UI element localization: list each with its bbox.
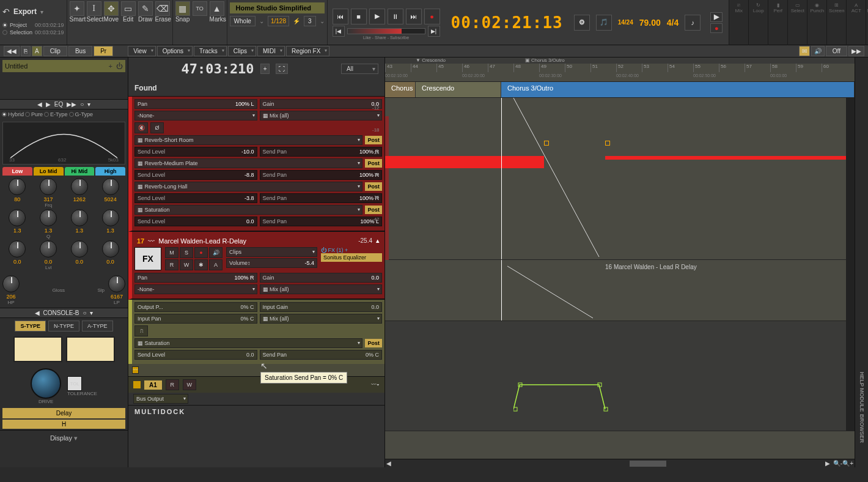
play-button[interactable]: ▶ (369, 9, 385, 24)
playhead[interactable] (501, 98, 502, 259)
clip-tab[interactable]: Clip (43, 46, 67, 56)
console-header[interactable]: ◀ CONSOLE-B ○ ▾ (0, 308, 128, 318)
input-pan-field[interactable]: Input Pan0% C (134, 314, 257, 324)
add-time-icon[interactable]: + (260, 64, 270, 74)
band-lomid[interactable]: Lo Mid (34, 167, 64, 176)
saturation-send[interactable]: ▦ Saturation (134, 338, 362, 348)
read-button[interactable]: R (165, 259, 178, 270)
arrangement-view[interactable]: ▼ Crescendo ▣ Chorus 3/Outro 43444546474… (385, 57, 855, 467)
frq-low-knob[interactable] (9, 178, 26, 195)
envelope-line[interactable] (501, 98, 623, 257)
auto-wave-icon[interactable]: 〰 (132, 366, 139, 374)
fx-button[interactable]: FX (134, 247, 161, 270)
time-ruler[interactable]: 43444546474849505152535455565758596000:0… (385, 64, 855, 82)
clips-select[interactable]: Clips (226, 247, 317, 257)
arm-button[interactable]: ● (194, 247, 208, 258)
bar-54[interactable]: 54 (668, 64, 675, 72)
mute-button[interactable]: M (165, 247, 178, 258)
nav-left-icon[interactable]: ◀◀ (4, 46, 20, 56)
bar-46[interactable]: 46 (462, 64, 469, 72)
gain-17-field[interactable]: Gain0.0 (260, 273, 383, 283)
bar-53[interactable]: 53 (642, 64, 649, 72)
audio-lane-2[interactable]: 16 Marcel Walden - Lead R Delay (385, 260, 855, 321)
nav-right-icon[interactable]: ▶▶ (848, 46, 864, 56)
band-high[interactable]: High (95, 167, 125, 176)
mix-17-select[interactable]: ▦ Mix (all) (260, 284, 383, 294)
horizontal-scrollbar[interactable]: ◀ ▶ 🔍- 🔍+ (385, 459, 855, 467)
scroll-left-icon[interactable]: ◀ (386, 460, 391, 467)
scrollbar-thumb[interactable] (630, 461, 666, 467)
gtype-radio[interactable] (69, 112, 74, 117)
a1-read[interactable]: R (166, 379, 179, 390)
timesig-value[interactable]: 4/4 (667, 18, 679, 28)
frq-lomid-knob[interactable] (40, 178, 57, 195)
console-power-icon[interactable]: ○ (83, 310, 86, 316)
rtz-button[interactable]: |◀ (333, 26, 345, 37)
nav-a-icon[interactable]: A (32, 46, 42, 56)
eq-header[interactable]: ◀ ▶ EQ ▶▶ ○ ▾ (0, 99, 128, 109)
bar-59[interactable]: 59 (796, 64, 803, 72)
output-p-field[interactable]: Output P...0% C (134, 302, 257, 312)
snap-value[interactable]: 1/128 (268, 16, 289, 26)
a1-color-icon[interactable] (133, 381, 141, 388)
send-3-pan[interactable]: Send Pan100% L (260, 217, 383, 226)
rec-mode-icon[interactable]: ● (710, 23, 723, 33)
q-himid-knob[interactable] (71, 209, 88, 226)
send-0-pan[interactable]: Send Pan100% R (260, 147, 383, 157)
off-toggle[interactable]: Off (826, 46, 847, 56)
mail-icon[interactable]: ✉ (799, 46, 810, 56)
section-crescendo[interactable]: Crescendo (416, 82, 501, 97)
send-2-level[interactable]: Send Level-3.8 (134, 193, 257, 203)
phase-icon[interactable]: Ø (150, 122, 164, 133)
automation-curve[interactable] (513, 382, 636, 412)
display-button[interactable]: Display ▾ (0, 430, 128, 446)
input-gain-field[interactable]: Input Gain0.0 (260, 302, 383, 312)
track-17-header[interactable]: 17 〰 Marcel Walden-Lead R-Delay -25.4 ▴ (134, 234, 382, 247)
send-1-pan[interactable]: Send Pan100% R (260, 170, 383, 180)
send-2-name[interactable]: ▦ Reverb-Long Hall (134, 182, 362, 191)
strip-act[interactable]: AACT (846, 0, 866, 45)
strip-perf[interactable]: ▮Perf (768, 0, 787, 45)
frq-high-knob[interactable] (102, 178, 119, 195)
bar-44[interactable]: 44 (411, 64, 418, 72)
forward-button[interactable]: ⏭ (406, 9, 422, 24)
clips-menu[interactable]: Clips (228, 46, 256, 56)
write-button[interactable]: W (180, 259, 193, 270)
help-module-tab[interactable]: HELP MODULE (859, 372, 865, 412)
play-mode-icon[interactable]: ▶ (710, 12, 723, 22)
bus-tab[interactable]: Bus (68, 46, 92, 56)
fx-count[interactable]: FX (1) (328, 247, 344, 253)
envelope-node[interactable] (544, 141, 549, 146)
monitor-button[interactable]: 🔊 (209, 247, 223, 258)
rewind-button[interactable]: ⏮ (333, 9, 348, 24)
bar-56[interactable]: 56 (719, 64, 726, 72)
strip-punch[interactable]: ◉Punch (807, 0, 826, 45)
frq-himid-knob[interactable] (71, 178, 88, 195)
add-fx-icon[interactable]: + (345, 247, 348, 253)
ntype-tab[interactable]: N-TYPE (48, 321, 79, 332)
metronome-icon[interactable]: 🎵 (596, 15, 612, 31)
automation-lane[interactable] (385, 321, 855, 431)
bar-52[interactable]: 52 (616, 64, 623, 72)
pan-field[interactable]: Pan100% L (134, 99, 257, 109)
next-icon[interactable]: ▶▶ (67, 101, 76, 108)
move-tool-icon[interactable]: ✥ (104, 1, 119, 16)
snap-mode-icon[interactable]: ⚡ (293, 18, 300, 24)
q-high-knob[interactable] (102, 209, 119, 226)
volume-field[interactable]: Volume ↕ -5.4 (226, 258, 317, 268)
select-tool-icon[interactable]: I (87, 1, 101, 16)
strip-markers[interactable]: ▼Markers (866, 0, 868, 45)
bar-45[interactable]: 45 (436, 64, 444, 72)
audio-engine-icon[interactable]: ⚙ (574, 15, 590, 31)
click-icon[interactable]: ♪ (685, 15, 701, 31)
view-menu[interactable]: View (128, 46, 156, 56)
bar-50[interactable]: 50 (565, 64, 572, 72)
play-small-icon[interactable]: ▶ (46, 101, 51, 108)
output-select[interactable]: -None- (134, 111, 257, 120)
bar-55[interactable]: 55 (693, 64, 701, 72)
bar-49[interactable]: 49 (539, 64, 546, 72)
send-1-level[interactable]: Send Level-8.8 (134, 170, 257, 180)
solo-button[interactable]: S (180, 247, 193, 258)
pr-tab[interactable]: Pr (94, 46, 113, 56)
mix-select[interactable]: ▦ Mix (all) (260, 111, 383, 120)
